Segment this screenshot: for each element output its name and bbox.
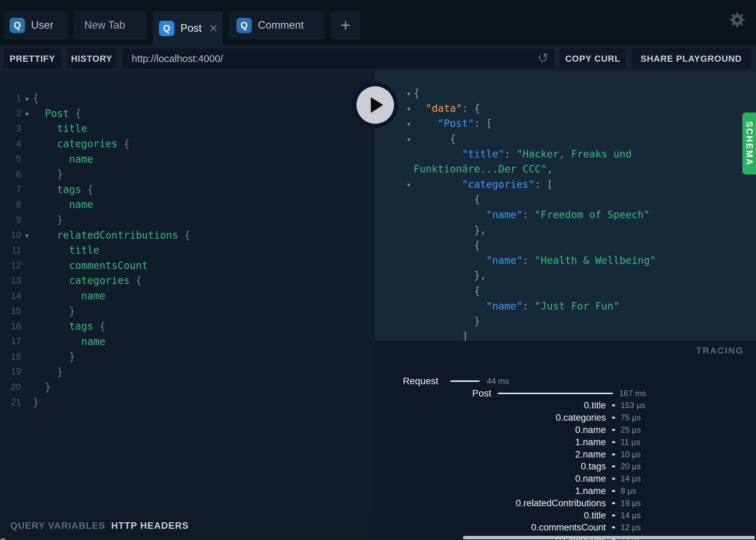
fold-arrow-icon[interactable]: ▼: [404, 104, 413, 112]
editor-code-line[interactable]: 3title: [0, 121, 375, 136]
tab-label: Comment: [258, 19, 304, 31]
settings-gear-icon[interactable]: [729, 11, 746, 28]
line-number: 13: [0, 275, 21, 286]
response-json-line: "name": "Freedom of Speech": [375, 207, 756, 223]
line-number: 15: [0, 306, 21, 316]
fold-spacer: [21, 280, 33, 281]
trace-duration: 11 µs: [621, 437, 640, 447]
tab-post-active[interactable]: Q Post ×: [153, 11, 222, 45]
trace-timing-dash: [612, 404, 615, 406]
editor-code-line[interactable]: 11title: [0, 243, 375, 258]
share-playground-button[interactable]: SHARE PLAYGROUND: [632, 48, 751, 69]
editor-code-line[interactable]: 12commentsCount: [0, 258, 375, 273]
trace-row: Post167 ms: [375, 387, 756, 400]
fold-arrow-icon[interactable]: ▼: [21, 94, 33, 102]
json-text: {: [474, 285, 480, 297]
json-text: }: [474, 315, 480, 327]
code-text: categories {: [69, 275, 142, 286]
trace-label: Request: [403, 376, 438, 387]
tracing-rows: Request44 msPost167 ms0.title153 µs0.cat…: [375, 375, 756, 540]
json-text: {: [450, 133, 456, 145]
trace-timing-dash: [612, 417, 615, 419]
line-number: 2: [0, 108, 21, 119]
response-json-line: }: [375, 314, 756, 329]
history-button[interactable]: HISTORY: [67, 48, 116, 69]
fold-arrow-icon[interactable]: ▼: [404, 89, 413, 97]
endpoint-url-input[interactable]: http://localhost:4000/ ↻: [122, 48, 555, 69]
editor-code-line[interactable]: 21}: [0, 395, 375, 410]
json-text: ]: [462, 331, 468, 341]
trace-label: 0.relatedContributions: [516, 498, 606, 508]
query-editor-pane[interactable]: 1▼{2▼Post {3title4categories {5name6}7ta…: [0, 72, 375, 514]
query-variables-tab[interactable]: QUERY VARIABLES: [10, 521, 105, 531]
add-tab-button[interactable]: +: [331, 11, 360, 39]
fold-spacer: [21, 159, 33, 160]
line-number: 14: [0, 291, 21, 301]
trace-duration: 14 µs: [621, 474, 641, 483]
fold-arrow-icon[interactable]: ▼: [404, 120, 413, 127]
editor-code-line[interactable]: 7tags {: [0, 182, 375, 197]
http-headers-tab[interactable]: HTTP HEADERS: [111, 521, 189, 531]
editor-code-line[interactable]: 14name: [0, 288, 375, 304]
tab-new-tab[interactable]: New Tab: [74, 11, 147, 39]
fold-arrow-icon[interactable]: ▼: [21, 231, 33, 239]
trace-row: 0.relatedContributions19 µs: [375, 497, 756, 509]
close-tab-icon[interactable]: ×: [209, 21, 218, 35]
editor-code-line[interactable]: 2▼Post {: [0, 106, 375, 121]
tab-user[interactable]: Q User: [3, 11, 68, 39]
trace-duration: 20 µs: [621, 462, 641, 471]
fold-arrow-icon[interactable]: ▼: [404, 180, 413, 188]
response-json-line: "name": "Health & Wellbeing": [375, 253, 756, 268]
prettify-button[interactable]: PRETTIFY: [3, 48, 61, 69]
line-number: 11: [0, 245, 21, 256]
execute-query-button[interactable]: [352, 82, 398, 128]
fold-arrow-icon[interactable]: ▼: [404, 135, 413, 143]
line-number: 20: [0, 382, 21, 392]
editor-code-line[interactable]: 4categories {: [0, 136, 375, 152]
trace-row: 0.name25 µs: [375, 424, 756, 436]
response-lines: ▼{▼"data": {▼"Post": [▼{"title": "Hacker…: [375, 86, 756, 341]
line-number: 17: [0, 336, 21, 347]
editor-code-line[interactable]: 20}: [0, 379, 375, 395]
editor-code-line[interactable]: 10▼relatedContributions {: [0, 227, 375, 243]
code-text: }: [45, 381, 51, 393]
trace-duration: 8 µs: [621, 486, 636, 496]
trace-row: 1.name8 µs: [375, 485, 756, 497]
trace-duration: 75 µs: [621, 413, 641, 422]
tab-comment[interactable]: Q Comment: [229, 11, 325, 39]
editor-code-line[interactable]: 6}: [0, 167, 375, 182]
schema-side-tab[interactable]: SCHEMA: [742, 112, 756, 175]
editor-code-line[interactable]: 13categories {: [0, 273, 375, 288]
editor-code-line[interactable]: 5name: [0, 151, 375, 167]
response-json-line: Funktionäre...Der CCC",: [375, 162, 756, 177]
copy-curl-button[interactable]: COPY CURL: [560, 48, 626, 69]
json-text: Funktionäre...Der CCC",: [413, 163, 553, 175]
response-json-line: ▼"Post": [: [375, 116, 756, 131]
horizontal-scrollbar[interactable]: [463, 536, 755, 539]
schema-tab-label: SCHEMA: [744, 121, 755, 166]
editor-code-line[interactable]: 19}: [0, 364, 375, 380]
editor-code-line[interactable]: 18}: [0, 349, 375, 364]
trace-label: 0.title: [584, 400, 606, 411]
editor-code-line[interactable]: 9}: [0, 212, 375, 228]
json-text: "name": "Health & Wellbeing": [486, 255, 656, 266]
fold-arrow-icon[interactable]: ▼: [21, 109, 33, 117]
editor-code-line[interactable]: 15}: [0, 303, 375, 319]
editor-code-line[interactable]: 1▼{: [0, 91, 375, 106]
trace-row: 2.name10 µs: [375, 448, 756, 461]
code-text: tags {: [57, 184, 93, 195]
editor-code-line[interactable]: 16tags {: [0, 319, 375, 334]
trace-duration: 167 ms: [619, 389, 646, 398]
tab-label: New Tab: [84, 19, 125, 31]
editor-code-line[interactable]: 8name: [0, 197, 375, 212]
code-text: Post {: [45, 108, 82, 119]
editor-code-line[interactable]: 17name: [0, 334, 375, 349]
line-number: 16: [0, 321, 21, 332]
refresh-schema-icon[interactable]: ↻: [538, 50, 549, 65]
trace-label: 0.categories: [556, 412, 606, 423]
response-pane[interactable]: ▼{▼"data": {▼"Post": [▼{"title": "Hacker…: [375, 72, 756, 341]
trace-label: Post: [472, 388, 491, 399]
response-json-line: {: [375, 283, 756, 299]
json-text: "categories": [: [462, 179, 553, 190]
json-text: {: [413, 87, 420, 99]
